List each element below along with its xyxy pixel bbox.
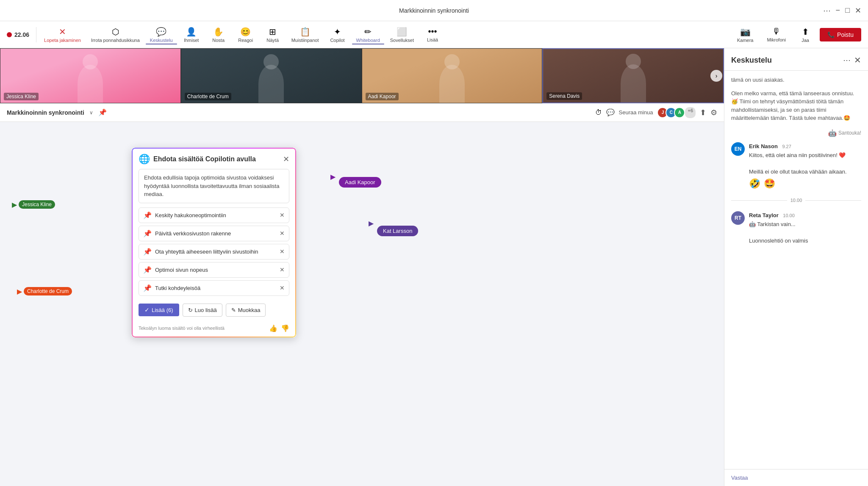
recording-indicator: 22.06 bbox=[7, 31, 29, 38]
copilot-item-1[interactable]: 📌 Keskity hakukoneoptimointiin ✕ bbox=[139, 207, 289, 223]
chat-messages: tämä on uusi asiakas. Olen melko varma, … bbox=[724, 71, 868, 469]
copilot-disclaimer-row: Tekoälyn luoma sisältö voi olla virheell… bbox=[132, 323, 296, 337]
refresh-icon: ↻ bbox=[188, 307, 193, 313]
chat-emojis-erik: 🤣 🤩 bbox=[749, 178, 847, 189]
minimize-icon[interactable]: − bbox=[836, 6, 840, 15]
check-icon: ✓ bbox=[144, 307, 150, 313]
cursor-charlotte: ▶ Charlotte de Crum bbox=[17, 287, 72, 295]
view-label: Näytä bbox=[266, 38, 279, 43]
chat-message-erik: EN Erik Nason 9.27 Kiitos, että olet ain… bbox=[731, 142, 861, 190]
mic-btn[interactable]: 🎙 Mikrofoni bbox=[762, 25, 791, 44]
video-thumb-jessica[interactable]: Jessica Kline bbox=[0, 48, 181, 103]
copilot-close-button[interactable]: ✕ bbox=[283, 155, 289, 164]
toolbar-copilot[interactable]: ✦ Copilot bbox=[325, 25, 350, 44]
toolbar-react[interactable]: 😊 Reagoi bbox=[233, 25, 258, 44]
copilot-item-text-4: Optimoi sivun nopeus bbox=[155, 267, 276, 273]
toolbar-people[interactable]: 👤 Ihmiset bbox=[179, 25, 204, 44]
divider-line-left bbox=[731, 200, 787, 201]
toolbar-stop-sharing[interactable]: ✕ Lopeta jakaminen bbox=[40, 25, 85, 44]
chat-feedback-btn[interactable]: 💬 bbox=[606, 108, 615, 116]
window-controls: ⋯ − □ ✕ bbox=[823, 6, 861, 15]
chat-text-erik: Kiitos, että olet aina niin positiivinen… bbox=[749, 151, 847, 176]
toolbar-more[interactable]: ••• Lisää bbox=[420, 25, 445, 44]
camera-btn[interactable]: 📷 Kamera bbox=[732, 25, 759, 44]
main-toolbar: 22.06 ✕ Lopeta jakaminen ⬡ Irrota ponnah… bbox=[0, 21, 868, 48]
copilot-dialog-title: Ehdota sisältöä Copilotin avulla bbox=[153, 155, 280, 163]
pin-icon[interactable]: 📌 bbox=[98, 108, 107, 116]
video-thumb-charlotte[interactable]: Charlotte de Crum bbox=[181, 48, 362, 103]
share-meeting-icon[interactable]: ⬆ bbox=[700, 108, 706, 117]
copilot-item-2[interactable]: 📌 Päivitä verkkosivuston rakenne ✕ bbox=[139, 226, 289, 241]
cursor-arrow-charlotte: ▶ bbox=[17, 287, 22, 295]
video-name-serena: Serena Davis bbox=[546, 92, 582, 100]
apps-label: Sovellukset bbox=[390, 38, 414, 43]
toolbar-whiteboard[interactable]: ✏ Whiteboard bbox=[352, 25, 384, 44]
copilot-item-icon-2: 📌 bbox=[143, 229, 152, 237]
copilot-item-remove-3[interactable]: ✕ bbox=[280, 248, 285, 255]
stop-sharing-label: Lopeta jakaminen bbox=[44, 38, 81, 43]
chat-header: Keskustelu ⋯ ✕ bbox=[724, 48, 868, 71]
whiteboard-area[interactable]: ▶ Jessica Kline ▶ Charlotte de Crum ▶ Aa… bbox=[0, 122, 724, 486]
close-icon[interactable]: ✕ bbox=[855, 6, 861, 15]
recording-dot bbox=[7, 32, 12, 37]
copilot-add-button[interactable]: ✓ Lisää (6) bbox=[139, 304, 179, 316]
video-strip: ‹ Jessica Kline Charlotte de Crum Aadi K… bbox=[0, 48, 724, 103]
divider-line-right bbox=[805, 200, 861, 201]
copilot-dialog: 🌐 Ehdota sisältöä Copilotin avulla ✕ Ehd… bbox=[131, 147, 297, 338]
chat-more-button[interactable]: ⋯ bbox=[843, 55, 851, 65]
share-btn[interactable]: ⬆ Jaa bbox=[794, 25, 816, 44]
video-nav-right[interactable]: › bbox=[710, 70, 722, 82]
leave-button[interactable]: 📞 Poistu bbox=[820, 28, 861, 41]
chat-bubble-reta: Reta Taylor 10.00 🤖 Tarkistan vain... Lu… bbox=[749, 211, 808, 245]
person-silhouette-4 bbox=[621, 64, 646, 102]
copilot-edit-button[interactable]: ✎ Muokkaa bbox=[226, 304, 266, 317]
copilot-item-3[interactable]: 📌 Ota yhteyttä aiheeseen liittyviin sivu… bbox=[139, 244, 289, 260]
main-area: ‹ Jessica Kline Charlotte de Crum Aadi K… bbox=[0, 48, 868, 486]
video-thumb-aadi[interactable]: Aadi Kapoor bbox=[362, 48, 543, 103]
attribution-text: Santouka! bbox=[838, 130, 861, 136]
copilot-item-icon-5: 📌 bbox=[143, 284, 152, 292]
leave-label: Poistu bbox=[837, 31, 854, 38]
toolbar-chat[interactable]: 💬 Keskustelu bbox=[146, 25, 177, 44]
settings-icon[interactable]: ⚙ bbox=[710, 108, 717, 117]
maximize-icon[interactable]: □ bbox=[845, 6, 850, 15]
meeting-bar-right: ⏱ 💬 Seuraa minua J C A +6 ⬆ ⚙ bbox=[595, 107, 718, 118]
thumbs-up-icon[interactable]: 👍 bbox=[269, 324, 277, 332]
video-thumb-serena[interactable]: Serena Davis bbox=[542, 48, 724, 103]
toolbar-raise-hand[interactable]: ✋ Nosta bbox=[206, 25, 231, 44]
copilot-item-remove-5[interactable]: ✕ bbox=[280, 284, 285, 291]
chat-message-1: tämä on uusi asiakas. bbox=[731, 76, 861, 84]
whiteboard-label: Whiteboard bbox=[356, 38, 380, 43]
edit-icon: ✎ bbox=[231, 307, 236, 313]
toolbar-view[interactable]: ⊞ Näytä bbox=[260, 25, 286, 44]
chat-close-button[interactable]: ✕ bbox=[854, 55, 861, 65]
leave-phone-icon: 📞 bbox=[827, 31, 835, 38]
toolbar-apps[interactable]: ⬜ Sovellukset bbox=[386, 25, 418, 44]
video-name-charlotte: Charlotte de Crum bbox=[185, 93, 231, 100]
copilot-item-remove-2[interactable]: ✕ bbox=[280, 230, 285, 237]
meeting-title-dropdown-icon[interactable]: ∨ bbox=[89, 110, 93, 116]
chat-text-2: Olen melko varma, että tämä lanseeraus o… bbox=[731, 90, 854, 122]
more-options-icon[interactable]: ⋯ bbox=[823, 6, 831, 15]
toolbar-notes[interactable]: 📋 Muistiinpanot bbox=[287, 25, 323, 44]
copilot-item-remove-1[interactable]: ✕ bbox=[280, 212, 285, 218]
copilot-item-5[interactable]: 📌 Tutki kohdeyleisöä ✕ bbox=[139, 280, 289, 296]
copilot-input-text[interactable]: Ehdota edullisia tapoja optimoida sivust… bbox=[139, 169, 289, 203]
copilot-item-remove-4[interactable]: ✕ bbox=[280, 266, 285, 273]
copilot-feedback-icons: 👍 👎 bbox=[269, 324, 289, 332]
avatar-erik: EN bbox=[731, 142, 745, 156]
recording-timer: 22.06 bbox=[14, 31, 29, 38]
reply-bar[interactable]: Vastaa bbox=[724, 469, 868, 486]
copilot-create-button[interactable]: ↻ Luo lisää bbox=[183, 304, 222, 317]
person-silhouette-2 bbox=[258, 65, 284, 103]
copilot-item-icon-4: 📌 bbox=[143, 266, 152, 274]
sender-time-reta: 10.00 bbox=[783, 213, 795, 218]
thumbs-down-icon[interactable]: 👎 bbox=[281, 324, 289, 332]
notes-icon: 📋 bbox=[300, 27, 311, 37]
person-silhouette-3 bbox=[439, 65, 465, 103]
whiteboard-icon: ✏ bbox=[364, 27, 372, 37]
copilot-edit-label: Muokkaa bbox=[238, 307, 261, 313]
copilot-item-4[interactable]: 📌 Optimoi sivun nopeus ✕ bbox=[139, 262, 289, 278]
person-silhouette bbox=[78, 65, 103, 103]
toolbar-detach[interactable]: ⬡ Irrota ponnahdusikkuna bbox=[87, 25, 144, 44]
